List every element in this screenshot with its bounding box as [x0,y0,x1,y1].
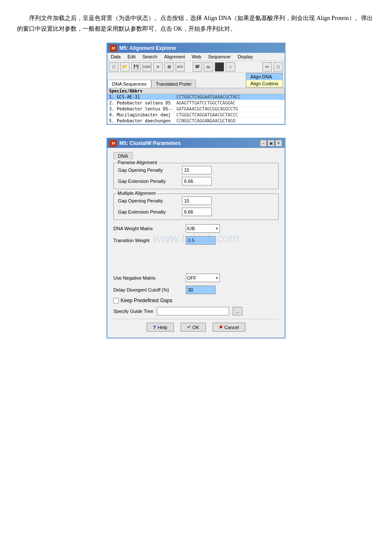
pairwise-gap-ext-row: Gap Extension Penalty [118,177,274,185]
toolbar-save[interactable]: 💾 [131,62,141,72]
toolbar-grid[interactable]: ⊞ [164,62,174,72]
tab-dna[interactable]: DNA [113,152,133,159]
intro-paragraph: 序列文件加载之后，呈蓝色背景（为选中状态）。点击按钮，选择 Align DNA（… [17,13,375,34]
keep-gaps-label: Keep Predefined Gaps [121,298,172,304]
pairwise-gap-open-row: Gap Opening Penalty [118,166,274,174]
ok-label: OK [193,325,199,330]
multiple-group: Multiple Alignment Gap Opening Penalty G… [113,194,279,220]
multiple-gap-open-label: Gap Opening Penalty [118,198,182,203]
toolbar-dots[interactable]: ·|· [226,62,235,72]
menu-alignment[interactable]: Alignment [162,54,187,60]
help-label: Help [158,325,167,330]
seq-data-4: CTGGGCTCAGGATGAACGCTACCC [176,112,239,118]
cw-title: M5: ClustalW Parameters [119,140,181,146]
clustalw-window: www.bdock.com M M5: ClustalW Parameters … [107,138,285,338]
seq-name-1: 1. GCS-AE-31 [107,94,176,100]
spacer [113,248,279,274]
menu-display[interactable]: Display [236,54,255,60]
pairwise-gap-open-label: Gap Opening Penalty [118,168,182,173]
use-neg-matrix-row: Use Negative Matrix OFF ▼ [113,274,279,282]
ae-menu-bar[interactable]: Data Edit Search Alignment Web Sequencer… [107,53,285,61]
guide-tree-browse-button[interactable]: ... [233,307,242,315]
cw-title-bar: M M5: ClustalW Parameters ─ ▣ ✕ [107,139,285,148]
alignment-explorer-window: M M5: Alignment Explorer Data Edit Searc… [107,43,285,125]
seq-data-2: AGAGTTTGATCCTGGCTCAGGAC [176,100,236,106]
dna-weight-row: DNA Weight Matrix IUB ▼ [113,224,279,233]
ae-title-bar: M M5: Alignment Explorer [107,43,285,53]
menu-web[interactable]: Web [190,54,203,60]
menu-data[interactable]: Data [109,54,122,60]
toolbar-w[interactable]: W [193,62,202,72]
ok-icon: ✔ [187,324,191,330]
pairwise-gap-ext-label: Gap Extension Penalty [118,179,182,184]
ae-app-icon: M [110,45,117,52]
pairwise-gap-open-input[interactable] [182,166,212,174]
delay-div-input[interactable] [186,286,216,294]
seq-row-5[interactable]: 5. Pedobacter daechungen CCNGGCTCAGGANGA… [107,118,285,124]
menu-search[interactable]: Search [141,54,159,60]
multiple-gap-ext-label: Gap Extension Penalty [118,209,182,214]
pairwise-group-label: Pairwise Alignment [116,160,159,165]
transition-weight-row: Transition Weight [113,236,279,245]
toolbar-undo[interactable]: ↩ [262,62,272,72]
guide-tree-label: Specify Guide Tree [113,309,153,314]
toolbar-new[interactable]: □ [109,62,118,72]
menu-sequencer[interactable]: Sequencer [206,54,232,60]
seq-row-2[interactable]: 2. Pedobacter saltans DS AGAGTTTGATCCTGG… [107,100,285,106]
keep-gaps-checkbox[interactable] [113,298,119,304]
ok-button[interactable]: ✔ OK [181,323,206,332]
multiple-gap-open-input[interactable] [182,197,212,205]
toolbar-redo[interactable]: □ [274,62,283,72]
multiple-gap-ext-input[interactable] [182,208,212,216]
close-button[interactable]: ✕ [275,140,282,147]
multiple-gap-ext-row: Gap Extension Penalty [118,208,274,216]
seq-data-5: CCNGGCTCAGGANGAACGCTAGO [176,118,236,124]
cw-app-icon: M [110,140,117,147]
help-icon: ? [153,325,156,330]
keep-gaps-row: Keep Predefined Gaps [113,298,279,304]
toolbar-black[interactable] [215,62,224,72]
multiple-group-label: Multiple Alignment [116,191,157,196]
ae-title: M5: Alignment Explorer [119,45,176,51]
tab-translated-protein[interactable]: Translated Protei [151,80,196,88]
use-neg-matrix-label: Use Negative Matrix [113,275,186,280]
toolbar-open[interactable]: 📂 [120,62,130,72]
dna-weight-arrow: ▼ [215,227,219,231]
use-neg-matrix-select[interactable]: OFF ▼ [186,274,220,282]
seq-row-1[interactable]: 1. GCS-AE-31 CCTGGCTCAGGAATGAAACGCTACC [107,94,285,100]
toolbar-acc[interactable]: ACC [176,62,185,72]
align-codons-item[interactable]: Align Codons [246,80,282,87]
transition-weight-label: Transition Weight [113,238,186,243]
bottom-buttons: ? Help ✔ OK ✖ Cancel [113,319,279,333]
help-button[interactable]: ? Help [147,323,173,332]
seq-row-3[interactable]: 3. Pedobacter lentus DS-- GATGAAACGCTAGC… [107,106,285,112]
dna-weight-select[interactable]: IUB ▼ [186,224,220,233]
delay-div-label: Delay Divergent Cutoff (%) [113,287,186,292]
dna-weight-value: IUB [187,226,195,231]
seq-row-4[interactable]: 4. Mucilaginibacter daej CTGGGCTCAGGATGA… [107,112,285,118]
pairwise-gap-ext-input[interactable] [182,177,212,185]
restore-button[interactable]: ▣ [268,140,274,147]
align-dna-item[interactable]: Align DNA [246,73,282,80]
delay-div-row: Delay Divergent Cutoff (%) [113,286,279,294]
seq-data-1: CCTGGCTCAGGAATGAAACGCTACC [176,94,242,100]
toolbar-uuo[interactable]: UUO [142,62,152,72]
seq-name-4: 4. Mucilaginibacter daej [107,112,176,118]
use-neg-matrix-arrow: ▼ [215,276,219,280]
transition-weight-input[interactable] [186,236,216,245]
toolbar-list[interactable]: ≡ [153,62,163,72]
seq-data-3: GATGAAACGCTAGCGGCAGGCCTG [176,106,239,112]
cw-content: DNA Pairwise Alignment Gap Opening Penal… [107,148,285,338]
sequence-table: Species/Abbrv 1. GCS-AE-31 CCTGGCTCAGGAA… [107,88,285,124]
tab-dna-sequences[interactable]: DNA Sequences [107,80,151,88]
menu-edit[interactable]: Edit [126,54,137,60]
minimize-button[interactable]: ─ [260,140,267,147]
cancel-label: Cancel [225,325,239,330]
guide-tree-input[interactable] [157,307,229,315]
seq-table-header: Species/Abbrv [107,88,285,94]
toolbar-omega[interactable]: ω [204,62,213,72]
ae-toolbar: □ 📂 💾 UUO ≡ ⊞ ACC W ω ·|· ↩ □ [107,61,285,73]
cancel-button[interactable]: ✖ Cancel [213,323,245,332]
multiple-gap-open-row: Gap Opening Penalty [118,197,274,205]
dna-weight-label: DNA Weight Matrix [113,226,186,231]
